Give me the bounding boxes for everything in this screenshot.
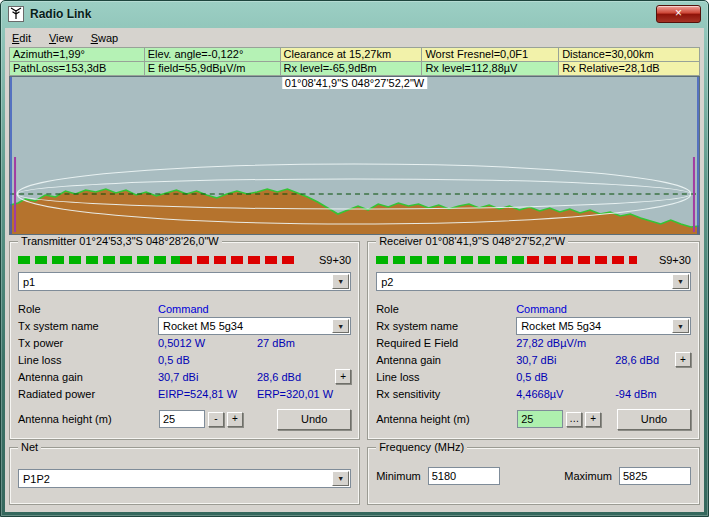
- rx-signal-level-label: S9+30: [647, 254, 691, 266]
- rx-system-combobox[interactable]: Rocket M5 5g34 ▼: [516, 317, 691, 335]
- client-area: Edit View Swap Azimuth=1,99° Elev. angle…: [5, 28, 704, 512]
- frequency-maximum-input[interactable]: [619, 467, 691, 485]
- net-panel: Net P1P2 ▼: [9, 447, 360, 505]
- signal-meter-red-segment: [527, 256, 637, 264]
- info-rx-level-uv: Rx level=112,88µV: [422, 62, 559, 76]
- tx-line-loss-row: Line loss 0,5 dB: [18, 351, 351, 368]
- rx-system-value: Rocket M5 5g34: [521, 320, 601, 332]
- rx-unit-combobox[interactable]: p2 ▼: [376, 272, 691, 291]
- info-rx-relative: Rx Relative=28,1dB: [559, 62, 700, 76]
- radio-link-window: Radio Link × Edit View Swap Azimuth=1,99…: [0, 0, 709, 517]
- info-pathloss: PathLoss=153,3dB: [10, 62, 145, 76]
- info-e-field: E field=55,9dBµV/m: [145, 62, 281, 76]
- rx-line-loss-value: 0,5 dB: [516, 371, 615, 383]
- tx-rows: Role Command Tx system name Rocket M5 5g…: [18, 300, 351, 430]
- tx-system-row: Tx system name Rocket M5 5g34 ▼: [18, 317, 351, 334]
- rx-antenna-gain-plus-button[interactable]: +: [675, 352, 691, 367]
- tx-antenna-gain-row: Antenna gain 30,7 dBi 28,6 dBd +: [18, 368, 351, 385]
- rx-sensitivity-uv: 4,4668µV: [516, 388, 615, 400]
- menu-view[interactable]: View: [49, 32, 73, 44]
- rx-required-efield-row: Required E Field 27,82 dBµV/m: [376, 334, 691, 351]
- cursor-coordinates-label: 01°08'41,9"S 048°27'52,2"W: [282, 77, 427, 89]
- info-distance: Distance=30,00km: [559, 48, 700, 62]
- rx-line-loss-row: Line loss 0,5 dB: [376, 368, 691, 385]
- frequency-minimum-label: Minimum: [376, 470, 421, 482]
- tx-antenna-height-row: Antenna height (m) - + Undo: [18, 408, 351, 430]
- rx-system-label: Rx system name: [376, 320, 516, 332]
- rx-role-label: Role: [376, 303, 516, 315]
- tx-undo-button[interactable]: Undo: [277, 409, 351, 430]
- frequency-maximum-label: Maximum: [564, 470, 612, 482]
- rx-system-row: Rx system name Rocket M5 5g34 ▼: [376, 317, 691, 334]
- frequency-panel-title: Frequency (MHz): [376, 441, 467, 453]
- rx-antenna-height-row: Antenna height (m) … + Undo: [376, 408, 691, 430]
- tx-power-watts: 0,5012 W: [158, 337, 257, 349]
- rx-antenna-gain-dbd: 28,6 dBd: [615, 354, 673, 366]
- rx-antenna-gain-dbi: 30,7 dBi: [516, 354, 615, 366]
- app-icon: [8, 6, 24, 22]
- tx-height-decrement-button[interactable]: -: [208, 412, 224, 427]
- tx-antenna-gain-dbi: 30,7 dBi: [158, 371, 257, 383]
- tx-height-increment-button[interactable]: +: [227, 412, 243, 427]
- signal-meter-green-segment: [18, 256, 180, 264]
- tx-signal-meter: S9+30: [18, 255, 351, 264]
- rx-rows: Role Command Rx system name Rocket M5 5g…: [376, 300, 691, 430]
- receiver-panel: Receiver 01°08'41,9"S 048°27'52,2"W S9+3…: [367, 241, 700, 440]
- rx-antenna-gain-row: Antenna gain 30,7 dBi 28,6 dBd +: [376, 351, 691, 368]
- tx-power-row: Tx power 0,5012 W 27 dBm: [18, 334, 351, 351]
- tx-line-loss-label: Line loss: [18, 354, 158, 366]
- menu-swap[interactable]: Swap: [91, 32, 119, 44]
- rx-undo-button[interactable]: Undo: [617, 409, 691, 430]
- info-worst-fresnel: Worst Fresnel=0,0F1: [422, 48, 559, 62]
- chevron-down-icon[interactable]: ▼: [332, 471, 349, 486]
- rx-height-options-button[interactable]: …: [566, 412, 582, 427]
- close-button[interactable]: ×: [656, 5, 701, 23]
- info-rx-level-dbm: Rx level=-65,9dBm: [281, 62, 423, 76]
- profile-chart[interactable]: 01°08'41,9"S 048°27'52,2"W: [9, 76, 700, 235]
- titlebar[interactable]: Radio Link ×: [1, 1, 708, 27]
- rx-antenna-gain-label: Antenna gain: [376, 354, 516, 366]
- tx-radiated-power-label: Radiated power: [18, 388, 158, 400]
- tx-antenna-height-input[interactable]: [159, 410, 205, 428]
- tx-unit-value: p1: [23, 276, 35, 288]
- frequency-minimum-input[interactable]: [428, 467, 500, 485]
- window-title: Radio Link: [30, 7, 650, 21]
- tx-eirp-value: EIRP=524,81 W: [158, 388, 257, 400]
- info-azimuth: Azimuth=1,99°: [10, 48, 145, 62]
- rx-sensitivity-label: Rx sensitivity: [376, 388, 516, 400]
- net-value: P1P2: [23, 473, 50, 485]
- tx-erp-value: ERP=320,01 W: [257, 388, 333, 400]
- info-elev-angle: Elev. angle=-0,122°: [145, 48, 281, 62]
- rx-role-command-link[interactable]: Command: [516, 303, 615, 315]
- tx-antenna-gain-plus-button[interactable]: +: [335, 369, 351, 384]
- chevron-down-icon[interactable]: ▼: [672, 319, 689, 333]
- rx-sensitivity-dbm: -94 dBm: [615, 388, 673, 400]
- tx-role-command-link[interactable]: Command: [158, 303, 257, 315]
- tx-unit-combobox[interactable]: p1 ▼: [18, 272, 351, 291]
- rx-role-row: Role Command: [376, 300, 691, 317]
- tx-radiated-power-row: Radiated power EIRP=524,81 W ERP=320,01 …: [18, 385, 351, 402]
- rx-required-efield-label: Required E Field: [376, 337, 516, 349]
- tx-system-value: Rocket M5 5g34: [163, 320, 243, 332]
- chevron-down-icon[interactable]: ▼: [672, 274, 689, 289]
- menubar: Edit View Swap: [5, 28, 704, 47]
- rx-antenna-height-input[interactable]: [517, 410, 563, 428]
- chevron-down-icon[interactable]: ▼: [332, 274, 349, 289]
- tx-system-combobox[interactable]: Rocket M5 5g34 ▼: [158, 317, 351, 335]
- tx-power-label: Tx power: [18, 337, 158, 349]
- tx-signal-meter-bar: [18, 256, 297, 264]
- transmitter-panel: Transmitter 01°24'53,3"S 048°28'26,0"W S…: [9, 241, 360, 440]
- tx-system-label: Tx system name: [18, 320, 158, 332]
- rx-line-loss-label: Line loss: [376, 371, 516, 383]
- chevron-down-icon[interactable]: ▼: [332, 319, 349, 333]
- tx-role-label: Role: [18, 303, 158, 315]
- info-clearance: Clearance at 15,27km: [281, 48, 423, 62]
- rx-unit-value: p2: [381, 276, 393, 288]
- rx-antenna-height-label: Antenna height (m): [376, 413, 514, 425]
- rx-height-increment-button[interactable]: +: [585, 412, 601, 427]
- menu-edit[interactable]: Edit: [12, 32, 31, 44]
- net-combobox[interactable]: P1P2 ▼: [18, 469, 351, 488]
- rx-required-efield-value: 27,82 dBµV/m: [516, 337, 615, 349]
- transmitter-panel-title: Transmitter 01°24'53,3"S 048°28'26,0"W: [18, 235, 222, 247]
- frequency-row: Minimum Maximum: [376, 467, 691, 485]
